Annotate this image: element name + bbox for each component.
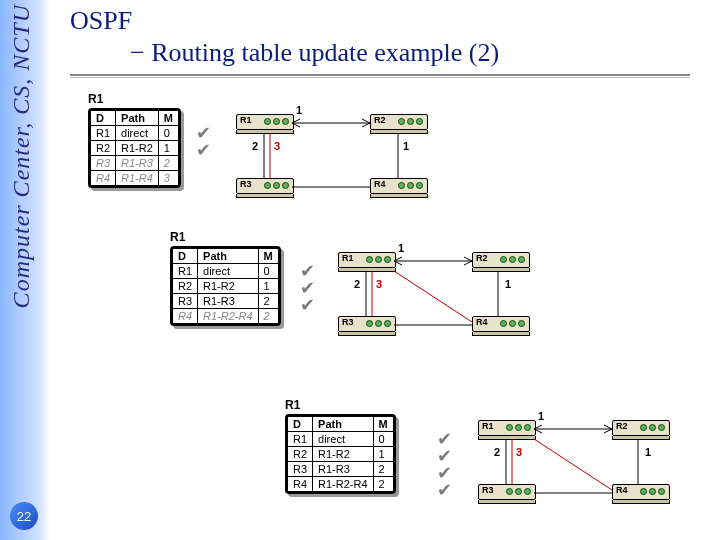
table-row: R4R1-R2-R42	[173, 309, 279, 324]
table1-caption: R1	[88, 92, 181, 106]
table-header: D	[173, 249, 198, 264]
router-r2: R2	[370, 114, 426, 132]
router-r4: R4	[472, 316, 528, 334]
title-rule	[70, 74, 690, 76]
table-header: D	[91, 111, 116, 126]
edge-weight: 3	[274, 140, 280, 152]
edge-weight: 3	[376, 278, 382, 290]
edge-weight: 1	[403, 140, 409, 152]
table-header: M	[258, 249, 278, 264]
router-r3: R3	[478, 484, 534, 502]
table-header: M	[373, 417, 393, 432]
table-row: R1direct0	[173, 264, 279, 279]
table-row: R3R1-R32	[288, 462, 394, 477]
routing-table-2: R1 DPathMR1direct0R2R1-R21R3R1-R32R4R1-R…	[170, 230, 281, 330]
check-icon: ✔	[196, 139, 211, 161]
table-row: R3R1-R32	[173, 294, 279, 309]
svg-line-16	[534, 439, 612, 490]
slide-subtitle: − Routing table update example (2)	[130, 38, 499, 68]
table-row: R1direct0	[91, 126, 179, 141]
table1: DPathMR1direct0R2R1-R21R3R1-R32R4R1-R43	[90, 110, 179, 186]
svg-line-10	[394, 271, 472, 322]
router-r2: R2	[472, 252, 528, 270]
check-icon: ✔	[300, 294, 315, 316]
table-header: Path	[313, 417, 374, 432]
edge-weight: 3	[516, 446, 522, 458]
table-row: R4R1-R43	[91, 171, 179, 186]
router-r1: R1	[478, 420, 534, 438]
table-header: M	[158, 111, 178, 126]
edge-weight: 1	[505, 278, 511, 290]
edge-weight: 1	[538, 410, 544, 422]
edge-weight: 1	[645, 446, 651, 458]
router-r4: R4	[370, 178, 426, 196]
table3-caption: R1	[285, 398, 396, 412]
check-icon: ✔	[437, 479, 452, 501]
edge-weight: 1	[398, 242, 404, 254]
table-header: Path	[198, 249, 259, 264]
edge-weight: 2	[354, 278, 360, 290]
router-r1: R1	[338, 252, 394, 270]
edge-weight: 2	[252, 140, 258, 152]
sidebar: Computer Center, CS, NCTU	[0, 0, 50, 540]
table-row: R2R1-R21	[91, 141, 179, 156]
edge-weight: 2	[494, 446, 500, 458]
table-row: R2R1-R21	[173, 279, 279, 294]
table-row: R1direct0	[288, 432, 394, 447]
table2: DPathMR1direct0R2R1-R21R3R1-R32R4R1-R2-R…	[172, 248, 279, 324]
sidebar-org-text: Computer Center, CS, NCTU	[8, 4, 35, 308]
router-r1: R1	[236, 114, 292, 132]
router-r4: R4	[612, 484, 668, 502]
table2-caption: R1	[170, 230, 281, 244]
table-header: D	[288, 417, 313, 432]
router-r3: R3	[236, 178, 292, 196]
router-r2: R2	[612, 420, 668, 438]
router-r3: R3	[338, 316, 394, 334]
page-number-badge: 22	[10, 502, 38, 530]
table-row: R4R1-R2-R42	[288, 477, 394, 492]
routing-table-3: R1 DPathMR1direct0R2R1-R21R3R1-R32R4R1-R…	[285, 398, 396, 498]
routing-table-1: R1 DPathMR1direct0R2R1-R21R3R1-R32R4R1-R…	[88, 92, 181, 192]
table-header: Path	[116, 111, 159, 126]
table-row: R3R1-R32	[91, 156, 179, 171]
table3: DPathMR1direct0R2R1-R21R3R1-R32R4R1-R2-R…	[287, 416, 394, 492]
table-row: R2R1-R21	[288, 447, 394, 462]
edge-weight: 1	[296, 104, 302, 116]
slide-title: OSPF	[70, 6, 132, 36]
title-rule-shadow	[70, 77, 690, 78]
